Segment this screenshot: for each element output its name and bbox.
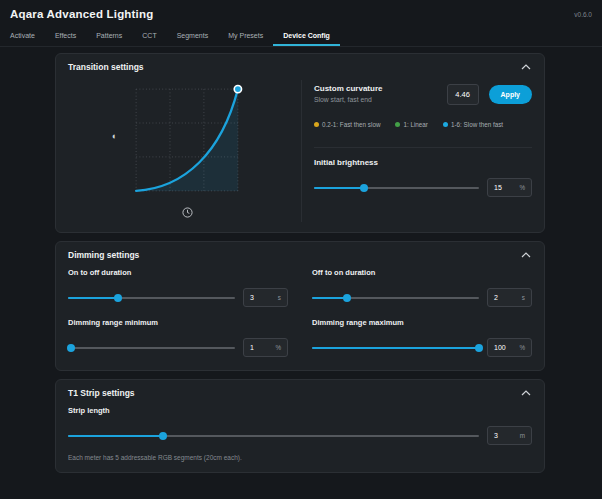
collapse-chevron-icon[interactable] (520, 250, 532, 260)
curvature-graph-pane: ◐ (56, 76, 301, 232)
transition-settings-title: Transition settings (68, 62, 144, 72)
tab-device-config[interactable]: Device Config (273, 25, 340, 46)
legend-fast-then-slow: 0.2-1: Fast then slow (314, 121, 380, 128)
dimming-range-maximum-slider[interactable] (312, 342, 479, 354)
brightness-axis-icon: ◐ (112, 132, 117, 141)
collapse-chevron-icon[interactable] (520, 62, 532, 72)
dimming-fields-grid: On to off duration 3 s Off to on duratio… (56, 264, 544, 370)
collapse-chevron-icon[interactable] (520, 388, 532, 398)
curve-handle (234, 85, 241, 92)
tab-bar: Activate Effects Patterns CCT Segments M… (0, 23, 602, 47)
on-to-off-duration-value-box[interactable]: 3 s (243, 288, 288, 307)
transition-settings-card: Transition settings ◐ (55, 53, 545, 233)
slider-fill (68, 297, 118, 299)
custom-curvature-labels: Custom curvature Slow start, fast end (314, 84, 382, 103)
on-to-off-duration-field: On to off duration 3 s (68, 268, 288, 307)
off-to-on-duration-slider[interactable] (312, 292, 479, 304)
curvature-graph[interactable] (129, 82, 245, 218)
strip-length-value-box[interactable]: 3 m (487, 426, 532, 445)
dimming-settings-title: Dimming settings (68, 250, 139, 260)
on-to-off-duration-slider[interactable] (68, 292, 235, 304)
slider-handle[interactable] (114, 294, 122, 302)
page-title: Aqara Advanced Lighting (10, 8, 153, 20)
tab-cct[interactable]: CCT (132, 25, 166, 46)
strip-length-label: Strip length (68, 406, 532, 415)
strip-note: Each meter has 5 addressable RGB segment… (68, 454, 532, 461)
strip-length-row: 3 m (68, 426, 532, 445)
tab-activate[interactable]: Activate (0, 25, 45, 46)
time-axis-icon (182, 207, 193, 218)
initial-brightness-row: 15 % (314, 178, 532, 197)
curve-controls: Custom curvature Slow start, fast end Ap… (302, 76, 544, 232)
custom-curvature-label: Custom curvature (314, 84, 382, 93)
apply-button[interactable]: Apply (489, 85, 532, 104)
legend-linear: 1: Linear (395, 121, 428, 128)
off-to-on-duration-field: Off to on duration 2 s (312, 268, 532, 307)
legend-slow-then-fast: 1-6: Slow then fast (443, 121, 503, 128)
slider-fill (68, 435, 163, 437)
dimming-range-minimum-value-box[interactable]: 1 % (243, 338, 288, 357)
tab-segments[interactable]: Segments (167, 25, 219, 46)
device-config-panel: Transition settings ◐ (0, 47, 602, 473)
off-to-on-duration-value-box[interactable]: 2 s (487, 288, 532, 307)
dimming-range-maximum-field: Dimming range maximum 100 % (312, 318, 532, 357)
slider-track[interactable] (68, 347, 235, 349)
slider-handle[interactable] (360, 184, 368, 192)
tab-effects[interactable]: Effects (45, 25, 86, 46)
strip-length-slider[interactable] (68, 430, 479, 442)
legend-dot-green (395, 122, 400, 127)
dimming-range-maximum-value-box[interactable]: 100 % (487, 338, 532, 357)
custom-curvature-input-group: Apply (447, 84, 532, 105)
curvature-curve-svg[interactable] (129, 82, 245, 198)
dimming-settings-card: Dimming settings On to off duration 3 s (55, 241, 545, 371)
dimming-range-minimum-slider[interactable] (68, 342, 235, 354)
legend-dot-cyan (443, 122, 448, 127)
initial-brightness-value-box[interactable]: 15 % (487, 178, 532, 197)
transition-settings-header: Transition settings (56, 54, 544, 76)
dimming-settings-header: Dimming settings (56, 242, 544, 264)
transition-body: ◐ (56, 76, 544, 232)
app-header: Aqara Advanced Lighting v0.6.0 (0, 0, 602, 23)
strip-settings-card: T1 Strip settings Strip length 3 m Each … (55, 379, 545, 473)
tab-patterns[interactable]: Patterns (86, 25, 132, 46)
slider-fill (312, 347, 479, 349)
curvature-legend: 0.2-1: Fast then slow 1: Linear 1-6: Slo… (314, 121, 532, 128)
tab-my-presets[interactable]: My Presets (218, 25, 273, 46)
slider-fill (312, 297, 347, 299)
strip-settings-title: T1 Strip settings (68, 388, 135, 398)
initial-brightness-slider[interactable] (314, 182, 479, 194)
custom-curvature-row: Custom curvature Slow start, fast end Ap… (314, 84, 532, 105)
strip-body: Strip length 3 m Each meter has 5 addres… (56, 402, 544, 472)
horizontal-divider (314, 147, 532, 148)
legend-dot-yellow (314, 122, 319, 127)
slider-handle[interactable] (159, 432, 167, 440)
strip-settings-header: T1 Strip settings (56, 380, 544, 402)
initial-brightness-label: Initial brightness (314, 158, 532, 167)
slider-handle[interactable] (67, 344, 75, 352)
version-label: v0.6.0 (574, 11, 592, 18)
curvature-value-input[interactable] (447, 84, 479, 105)
slider-handle[interactable] (343, 294, 351, 302)
dimming-range-minimum-field: Dimming range minimum 1 % (68, 318, 288, 357)
slider-fill (314, 187, 364, 189)
slider-handle[interactable] (475, 344, 483, 352)
custom-curvature-description: Slow start, fast end (314, 96, 382, 103)
